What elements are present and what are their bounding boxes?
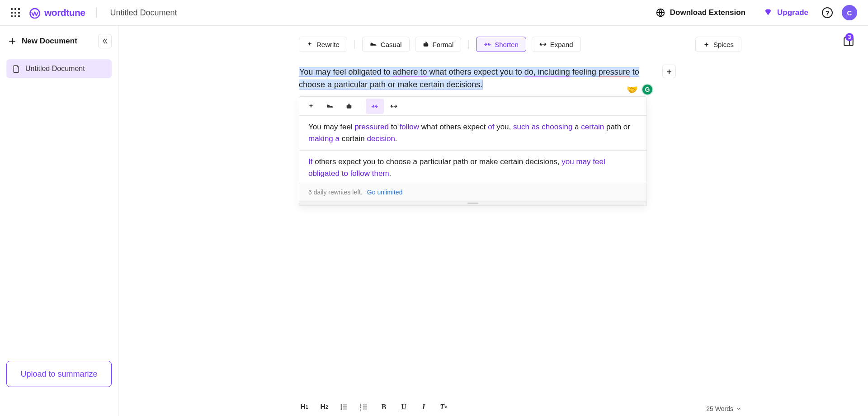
add-block-button[interactable]: ＋ bbox=[662, 65, 676, 78]
sneaker-icon bbox=[370, 42, 377, 47]
chevrons-left-icon bbox=[101, 38, 108, 45]
bullet-list-icon bbox=[340, 403, 348, 411]
sidebar: New Document Untitled Document Upload to… bbox=[0, 26, 118, 416]
divider bbox=[468, 40, 469, 49]
divider bbox=[362, 101, 362, 111]
wordtune-logo-icon bbox=[29, 7, 41, 19]
suggestion-item[interactable]: If others expect you to choose a particu… bbox=[299, 151, 646, 183]
panel-rewrite-button[interactable] bbox=[302, 99, 320, 114]
casual-button[interactable]: Casual bbox=[362, 37, 410, 52]
sidebar-document-item[interactable]: Untitled Document bbox=[6, 59, 112, 78]
bullet-list-button[interactable] bbox=[339, 402, 349, 412]
suggestions-toolbar bbox=[299, 97, 646, 116]
upload-to-summarize-button[interactable]: Upload to summarize bbox=[6, 361, 112, 387]
selected-text[interactable]: You may feel obligated to adhere to what… bbox=[299, 67, 639, 90]
briefcase-icon bbox=[423, 41, 429, 47]
shorten-button[interactable]: Shorten bbox=[476, 37, 526, 52]
underline-button[interactable]: U bbox=[398, 402, 409, 412]
numbered-list-icon: 123 bbox=[360, 403, 368, 411]
collapse-sidebar-button[interactable] bbox=[98, 34, 112, 48]
svg-rect-4 bbox=[347, 105, 352, 108]
svg-point-5 bbox=[341, 404, 342, 406]
app-header: wordtune Untitled Document Download Exte… bbox=[0, 0, 868, 26]
word-count[interactable]: 25 Words bbox=[706, 405, 741, 412]
bold-button[interactable]: B bbox=[378, 402, 389, 412]
editor-area: Rewrite Casual Formal Shorten Expand bbox=[118, 26, 868, 416]
badge-count: 3 bbox=[845, 33, 854, 41]
h2-button[interactable]: H2 bbox=[319, 402, 330, 412]
shorten-icon bbox=[371, 104, 378, 109]
divider bbox=[354, 40, 355, 49]
new-document-label: New Document bbox=[22, 37, 77, 46]
upgrade-label: Upgrade bbox=[777, 8, 808, 17]
svg-point-0 bbox=[30, 9, 39, 18]
sparkle-icon bbox=[307, 41, 313, 47]
svg-text:3: 3 bbox=[360, 408, 362, 411]
panel-footer: 6 daily rewrites left. Go unlimited bbox=[299, 183, 646, 201]
panel-expand-button[interactable] bbox=[385, 99, 403, 114]
rewrite-toolbar: Rewrite Casual Formal Shorten Expand bbox=[299, 37, 581, 52]
panel-casual-button[interactable] bbox=[321, 99, 339, 114]
help-button[interactable]: ? bbox=[822, 7, 833, 18]
document-icon bbox=[13, 65, 20, 73]
brand-name: wordtune bbox=[44, 7, 85, 18]
globe-icon bbox=[656, 8, 665, 18]
numbered-list-button[interactable]: 123 bbox=[359, 402, 369, 412]
panel-formal-button[interactable] bbox=[340, 99, 358, 114]
shorten-icon bbox=[484, 42, 491, 47]
grammarly-icon[interactable]: G bbox=[642, 84, 653, 95]
svg-point-6 bbox=[341, 407, 342, 408]
panel-resize-handle[interactable] bbox=[299, 201, 646, 205]
expand-icon bbox=[539, 42, 547, 47]
format-bar: H1 H2 123 B U I T× bbox=[299, 398, 688, 416]
sneaker-icon bbox=[326, 104, 334, 109]
clear-format-button[interactable]: T× bbox=[438, 402, 449, 412]
sidebar-document-label: Untitled Document bbox=[25, 65, 85, 73]
suggestions-panel: You may feel pressured to follow what ot… bbox=[299, 96, 647, 206]
handshake-icon[interactable]: 🤝 bbox=[627, 84, 638, 95]
panel-toggle-button[interactable]: 3 bbox=[843, 36, 854, 49]
document-content[interactable]: You may feel obligated to adhere to what… bbox=[299, 66, 647, 206]
formal-button[interactable]: Formal bbox=[415, 37, 462, 52]
suggestion-item[interactable]: You may feel pressured to follow what ot… bbox=[299, 116, 646, 151]
diamond-icon bbox=[764, 8, 773, 17]
divider bbox=[96, 8, 97, 18]
apps-grid-icon[interactable] bbox=[11, 8, 20, 17]
new-document-button[interactable]: New Document bbox=[6, 34, 94, 48]
document-title[interactable]: Untitled Document bbox=[110, 8, 177, 18]
svg-point-7 bbox=[341, 408, 342, 410]
spices-button[interactable]: ＋ Spices bbox=[695, 37, 741, 52]
download-extension-link[interactable]: Download Extension bbox=[651, 5, 750, 20]
h1-button[interactable]: H1 bbox=[299, 402, 310, 412]
expand-button[interactable]: Expand bbox=[532, 37, 581, 52]
suggestion-list[interactable]: You may feel pressured to follow what ot… bbox=[299, 116, 646, 183]
upgrade-link[interactable]: Upgrade bbox=[759, 5, 813, 20]
brand-logo[interactable]: wordtune bbox=[29, 7, 85, 19]
italic-button[interactable]: I bbox=[418, 402, 429, 412]
sparkle-icon bbox=[308, 103, 314, 109]
extension-icons: 🤝 G bbox=[627, 84, 653, 95]
download-extension-label: Download Extension bbox=[670, 8, 745, 17]
expand-icon bbox=[390, 104, 397, 109]
panel-shorten-button[interactable] bbox=[366, 99, 384, 114]
chevron-down-icon bbox=[736, 406, 741, 411]
svg-rect-2 bbox=[423, 43, 428, 47]
user-avatar[interactable]: C bbox=[842, 5, 857, 20]
rewrite-button[interactable]: Rewrite bbox=[299, 37, 347, 52]
rewrites-left-label: 6 daily rewrites left. bbox=[308, 189, 363, 196]
plus-icon bbox=[8, 37, 16, 45]
go-unlimited-link[interactable]: Go unlimited bbox=[367, 189, 403, 196]
briefcase-icon bbox=[346, 103, 352, 109]
